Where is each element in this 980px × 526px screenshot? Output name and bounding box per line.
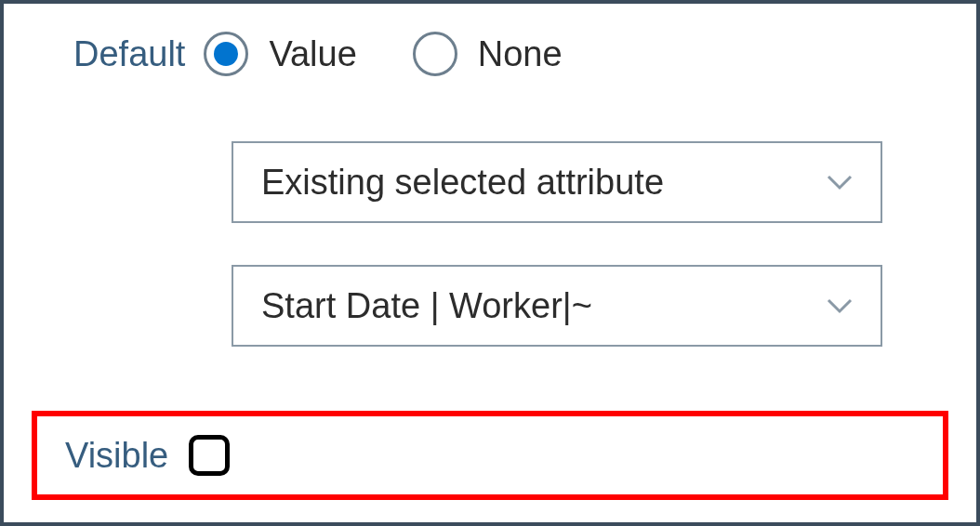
radio-value[interactable] [204,32,248,76]
visible-checkbox[interactable] [189,435,230,476]
default-label: Default [73,34,185,74]
radio-none-group: None [413,32,563,76]
chevron-down-icon [827,297,853,314]
default-row: Default Value None [73,32,944,76]
field-dropdown-text: Start Date | Worker|~ [261,286,592,326]
attribute-dropdown-text: Existing selected attribute [261,163,664,203]
dropdowns-container: Existing selected attribute Start Date |… [232,141,944,347]
radio-value-group: Value [204,32,356,76]
radio-value-label: Value [269,34,356,74]
settings-panel: Default Value None Existing selected att… [0,0,980,526]
radio-none[interactable] [413,32,457,76]
chevron-down-icon [827,174,853,191]
visible-label: Visible [65,436,168,476]
attribute-dropdown[interactable]: Existing selected attribute [232,141,882,223]
visible-row-highlight: Visible [32,411,948,500]
radio-none-label: None [478,34,563,74]
field-dropdown[interactable]: Start Date | Worker|~ [232,265,882,347]
